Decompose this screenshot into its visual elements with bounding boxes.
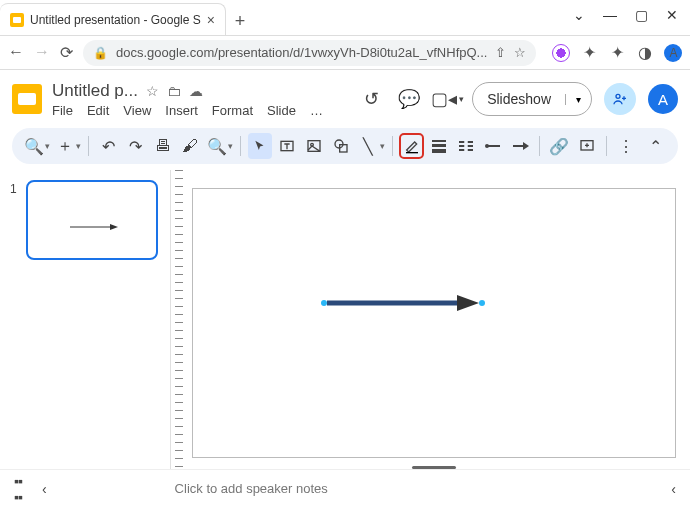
line-end-icon[interactable] bbox=[508, 133, 532, 159]
document-title[interactable]: Untitled p... bbox=[52, 81, 138, 101]
toolbar: 🔍▾ ＋▾ ↶ ↷ 🖶 🖌 🔍▾ ╲▾ 🔗 ⋮ ⌃ bbox=[12, 128, 678, 164]
extension-shield-icon[interactable]: ◑ bbox=[636, 44, 654, 62]
speaker-notes-input[interactable]: Click to add speaker notes bbox=[167, 477, 652, 500]
slideshow-button-group: Slideshow ▾ bbox=[472, 82, 592, 116]
browser-tab[interactable]: Untitled presentation - Google S × bbox=[0, 3, 226, 35]
explore-chevron-icon[interactable]: ‹ bbox=[671, 481, 676, 497]
lock-icon: 🔒 bbox=[93, 46, 108, 60]
selection-handle-start[interactable] bbox=[321, 300, 327, 306]
address-bar[interactable]: 🔒 docs.google.com/presentation/d/1vwxyVh… bbox=[83, 40, 536, 66]
vertical-ruler bbox=[170, 170, 188, 469]
svg-point-0 bbox=[616, 94, 620, 98]
share-url-icon[interactable]: ⇧ bbox=[495, 45, 506, 60]
svg-point-8 bbox=[485, 144, 489, 148]
slideshow-button[interactable]: Slideshow bbox=[473, 91, 565, 107]
slides-logo-icon[interactable] bbox=[12, 84, 42, 114]
menu-slide[interactable]: Slide bbox=[267, 103, 296, 118]
slide-number: 1 bbox=[10, 182, 17, 196]
collapse-toolbar-icon[interactable]: ⌃ bbox=[644, 133, 668, 159]
new-tab-button[interactable]: + bbox=[226, 7, 254, 35]
grid-view-icon[interactable]: ▪▪▪▪ bbox=[14, 473, 22, 505]
new-slide-icon[interactable]: ＋ bbox=[53, 133, 77, 159]
notes-resize-handle[interactable] bbox=[412, 466, 456, 469]
url-text: docs.google.com/presentation/d/1vwxyVh-D… bbox=[116, 45, 487, 60]
star-icon[interactable]: ☆ bbox=[514, 45, 526, 60]
history-icon[interactable]: ↺ bbox=[358, 88, 384, 110]
more-tools-icon[interactable]: ⋮ bbox=[614, 133, 638, 159]
close-tab-icon[interactable]: × bbox=[207, 12, 215, 28]
insert-link-icon[interactable]: 🔗 bbox=[547, 133, 571, 159]
line-start-icon[interactable] bbox=[481, 133, 505, 159]
chevron-down-icon[interactable]: ⌄ bbox=[573, 7, 585, 23]
account-avatar[interactable]: A bbox=[648, 84, 678, 114]
extension-play-icon[interactable] bbox=[552, 44, 570, 62]
chevron-left-icon[interactable]: ‹ bbox=[42, 481, 47, 497]
extension-sparkle-icon[interactable]: ✦ bbox=[580, 44, 598, 62]
menu-edit[interactable]: Edit bbox=[87, 103, 109, 118]
share-button[interactable] bbox=[604, 83, 636, 115]
maximize-icon[interactable]: ▢ bbox=[635, 7, 648, 23]
back-button[interactable]: ← bbox=[8, 43, 24, 62]
line-tool-icon[interactable]: ╲ bbox=[356, 133, 380, 159]
undo-icon[interactable]: ↶ bbox=[96, 133, 120, 159]
menu-format[interactable]: Format bbox=[212, 103, 253, 118]
slides-favicon-icon bbox=[10, 13, 24, 27]
comments-icon[interactable]: 💬 bbox=[396, 88, 422, 110]
menu-insert[interactable]: Insert bbox=[165, 103, 198, 118]
thumbnail-arrow-icon bbox=[70, 222, 120, 232]
line-color-icon[interactable] bbox=[399, 133, 423, 159]
thumbnail-panel: 1 bbox=[0, 170, 170, 469]
menu-file[interactable]: File bbox=[52, 103, 73, 118]
move-document-icon[interactable]: 🗀 bbox=[167, 83, 181, 99]
paint-format-icon[interactable]: 🖌 bbox=[178, 133, 202, 159]
browser-profile-avatar[interactable]: A bbox=[664, 44, 682, 62]
slideshow-dropdown[interactable]: ▾ bbox=[565, 94, 591, 105]
line-weight-icon[interactable] bbox=[427, 133, 451, 159]
search-menus-icon[interactable]: 🔍 bbox=[22, 133, 46, 159]
svg-rect-5 bbox=[340, 145, 347, 152]
zoom-icon[interactable]: 🔍 bbox=[205, 133, 229, 159]
extensions-puzzle-icon[interactable]: ✦ bbox=[608, 44, 626, 62]
close-window-icon[interactable]: ✕ bbox=[666, 7, 678, 23]
cloud-status-icon[interactable]: ☁ bbox=[189, 83, 203, 99]
insert-comment-icon[interactable] bbox=[575, 133, 599, 159]
svg-rect-6 bbox=[406, 152, 418, 153]
selected-arrow-shape[interactable] bbox=[323, 294, 483, 312]
slide-thumbnail-1[interactable] bbox=[26, 180, 158, 260]
tab-title: Untitled presentation - Google S bbox=[30, 13, 201, 27]
horizontal-ruler bbox=[192, 170, 676, 188]
menu-view[interactable]: View bbox=[123, 103, 151, 118]
slide-canvas[interactable] bbox=[192, 188, 676, 458]
menu-more[interactable]: … bbox=[310, 103, 323, 118]
menu-bar: File Edit View Insert Format Slide … bbox=[52, 103, 348, 118]
selection-handle-end[interactable] bbox=[479, 300, 485, 306]
select-tool-icon[interactable] bbox=[248, 133, 272, 159]
reload-button[interactable]: ⟳ bbox=[60, 43, 73, 62]
textbox-icon[interactable] bbox=[275, 133, 299, 159]
meet-icon[interactable]: ▢◂ ▾ bbox=[434, 88, 460, 110]
redo-icon[interactable]: ↷ bbox=[123, 133, 147, 159]
line-dash-icon[interactable] bbox=[454, 133, 478, 159]
star-document-icon[interactable]: ☆ bbox=[146, 83, 159, 99]
image-icon[interactable] bbox=[302, 133, 326, 159]
minimize-icon[interactable]: — bbox=[603, 7, 617, 23]
forward-button: → bbox=[34, 43, 50, 62]
shape-icon[interactable] bbox=[329, 133, 353, 159]
print-icon[interactable]: 🖶 bbox=[150, 133, 174, 159]
